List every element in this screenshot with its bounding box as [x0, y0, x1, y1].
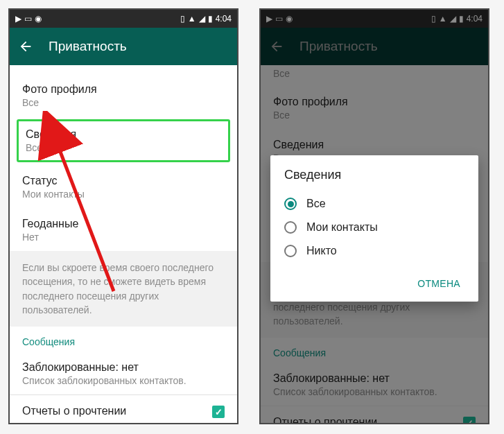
row-blocked[interactable]: Заблокированные: нет Список заблокирован… [10, 351, 237, 394]
row-status[interactable]: Статус Мои контакты [10, 165, 237, 208]
row-value: Нет [22, 232, 225, 243]
row-title: Заблокированные: нет [22, 361, 225, 374]
app-header: Приватность [10, 28, 237, 65]
back-arrow-icon[interactable] [18, 39, 33, 54]
row-geodata[interactable]: Геоданные Нет [10, 208, 237, 251]
battery-icon: ▮ [208, 15, 213, 23]
row-title: Статус [22, 175, 225, 187]
wifi-icon: ▲ [188, 15, 196, 23]
radio-unselected-icon [284, 245, 297, 257]
status-bar: ▶ ▭ ◉ ▯ ▲ ◢ ▮ 4:04 [10, 10, 237, 28]
dialog-about: Сведения Все Мои контакты Никто ОТМЕНА [270, 155, 478, 302]
row-profile-photo[interactable]: Фото профиля Все [10, 73, 237, 116]
section-messages: Сообщения [10, 327, 237, 351]
row-title: Сведения [26, 128, 221, 141]
privacy-list: Фото профиля Все Сведения Все Статус Мои… [10, 65, 237, 424]
dialog-title: Сведения [284, 168, 464, 182]
cancel-button[interactable]: ОТМЕНА [413, 272, 464, 295]
phone-right: ▶ ▭ ◉ ▯ ▲ ◢ ▮ 4:04 Приватность Все Фото … [259, 8, 489, 424]
row-about[interactable]: Сведения Все [17, 119, 230, 162]
radio-option-nobody[interactable]: Никто [284, 239, 464, 263]
row-value: Мои контакты [22, 189, 225, 200]
radio-label: Мои контакты [306, 221, 378, 234]
row-value: Список заблокированных контактов. [22, 375, 225, 386]
radio-label: Никто [306, 245, 337, 257]
vibrate-icon: ▯ [180, 15, 185, 23]
phone-left: ▶ ▭ ◉ ▯ ▲ ◢ ▮ 4:04 Приватность Фото проф… [8, 8, 238, 424]
radio-unselected-icon [284, 221, 297, 234]
row-title: Отчеты о прочтении [22, 405, 126, 417]
signal-icon: ◢ [199, 15, 205, 23]
youtube-icon: ▶ [15, 15, 21, 23]
notice-lastseen: Если вы скроете время своего последнего … [10, 251, 237, 327]
status-time: 4:04 [216, 14, 232, 24]
checkbox-checked-icon[interactable]: ✓ [212, 406, 225, 418]
radio-selected-icon [284, 198, 297, 210]
row-value: Все [22, 97, 225, 108]
row-title: Фото профиля [22, 83, 225, 96]
card-icon: ▭ [24, 15, 32, 23]
page-title: Приватность [49, 39, 127, 54]
radio-option-contacts[interactable]: Мои контакты [284, 216, 464, 239]
radio-label: Все [306, 198, 326, 210]
row-title: Геоданные [22, 218, 225, 230]
row-value: Все [26, 142, 221, 153]
whatsapp-icon: ◉ [35, 15, 42, 23]
row-read-receipts[interactable]: Отчеты о прочтении ✓ [10, 395, 237, 424]
radio-option-everyone[interactable]: Все [284, 192, 464, 216]
